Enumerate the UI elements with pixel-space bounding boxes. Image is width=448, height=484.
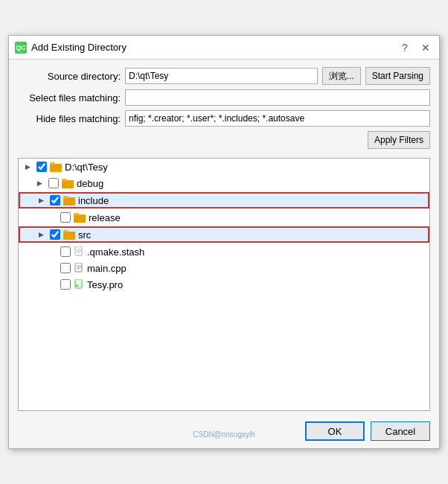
file-tree[interactable]: D:\qt\Tesy debug include bbox=[18, 158, 430, 411]
checkbox-root[interactable] bbox=[36, 162, 47, 172]
tree-label-main: main.cpp bbox=[87, 263, 127, 274]
browse-button[interactable]: 浏览... bbox=[322, 67, 361, 85]
filter-row: Apply Filters bbox=[18, 131, 430, 149]
expander-debug[interactable] bbox=[33, 177, 45, 189]
svg-rect-8 bbox=[63, 232, 75, 240]
tree-label-pro: Tesy.pro bbox=[87, 279, 123, 290]
checkbox-pro[interactable] bbox=[60, 279, 71, 290]
file-icon-main bbox=[74, 263, 84, 273]
hide-files-row: Hide files matching: bbox=[18, 110, 430, 127]
svg-rect-3 bbox=[62, 179, 67, 181]
hide-label: Hide files matching: bbox=[18, 113, 121, 124]
dialog-title: Add Existing Directory bbox=[31, 42, 127, 53]
close-button[interactable]: ✕ bbox=[418, 40, 433, 55]
svg-rect-9 bbox=[63, 230, 68, 232]
svg-rect-0 bbox=[50, 164, 62, 172]
tree-label-qmake: .qmake.stash bbox=[87, 246, 144, 258]
file-icon-qmake bbox=[74, 246, 84, 257]
tree-item-main[interactable]: main.cpp bbox=[19, 260, 429, 276]
apply-filters-button[interactable]: Apply Filters bbox=[368, 131, 430, 149]
folder-icon-src bbox=[63, 229, 75, 240]
expander-root[interactable] bbox=[22, 161, 33, 173]
file-icon-pro: ▶ bbox=[74, 279, 84, 290]
folder-icon-root bbox=[50, 162, 62, 172]
tree-item-src[interactable]: src bbox=[19, 226, 429, 243]
checkbox-qmake[interactable] bbox=[60, 246, 71, 257]
tree-label-debug: debug bbox=[77, 178, 103, 189]
title-bar: QC Add Existing Directory ? ✕ bbox=[9, 36, 439, 60]
svg-rect-2 bbox=[62, 180, 74, 188]
tree-item-release[interactable]: release bbox=[19, 209, 429, 226]
checkbox-main[interactable] bbox=[60, 263, 71, 273]
tree-item-root[interactable]: D:\qt\Tesy bbox=[19, 159, 429, 175]
select-label: Select files matching: bbox=[18, 92, 121, 104]
svg-rect-7 bbox=[74, 213, 79, 215]
tree-label-release: release bbox=[89, 212, 121, 223]
help-button[interactable]: ? bbox=[397, 40, 412, 55]
checkbox-debug[interactable] bbox=[48, 178, 59, 188]
ok-button[interactable]: OK bbox=[305, 421, 365, 441]
checkbox-include[interactable] bbox=[50, 195, 60, 206]
dialog-footer: OK Cancel bbox=[9, 417, 439, 448]
tree-label-include: include bbox=[78, 195, 109, 206]
svg-rect-4 bbox=[63, 197, 75, 206]
checkbox-src[interactable] bbox=[50, 229, 60, 240]
select-input[interactable] bbox=[125, 89, 430, 106]
source-directory-row: Source directory: 浏览... Start Parsing bbox=[18, 67, 430, 85]
source-input[interactable] bbox=[125, 68, 318, 84]
svg-rect-1 bbox=[50, 162, 55, 165]
checkbox-release[interactable] bbox=[60, 212, 71, 223]
folder-icon-include bbox=[63, 195, 75, 206]
start-parsing-button[interactable]: Start Parsing bbox=[365, 67, 430, 85]
hide-input[interactable] bbox=[125, 110, 430, 127]
folder-icon-release bbox=[74, 212, 86, 223]
expander-src[interactable] bbox=[35, 229, 47, 241]
expander-include[interactable] bbox=[35, 194, 47, 206]
qt-logo-icon: QC bbox=[15, 42, 27, 54]
tree-item-qmake[interactable]: .qmake.stash bbox=[19, 243, 429, 260]
select-files-row: Select files matching: bbox=[18, 89, 430, 106]
svg-text:▶: ▶ bbox=[76, 283, 79, 287]
folder-icon-debug bbox=[62, 178, 74, 188]
tree-item-pro[interactable]: ▶ Tesy.pro bbox=[19, 276, 429, 293]
svg-rect-6 bbox=[74, 214, 86, 223]
tree-label-src: src bbox=[78, 229, 91, 241]
tree-label-root: D:\qt\Tesy bbox=[65, 162, 108, 173]
tree-item-debug[interactable]: debug bbox=[19, 175, 429, 191]
source-label: Source directory: bbox=[18, 71, 121, 82]
svg-rect-5 bbox=[63, 196, 68, 198]
tree-item-include[interactable]: include bbox=[19, 192, 429, 208]
cancel-button[interactable]: Cancel bbox=[371, 421, 430, 441]
